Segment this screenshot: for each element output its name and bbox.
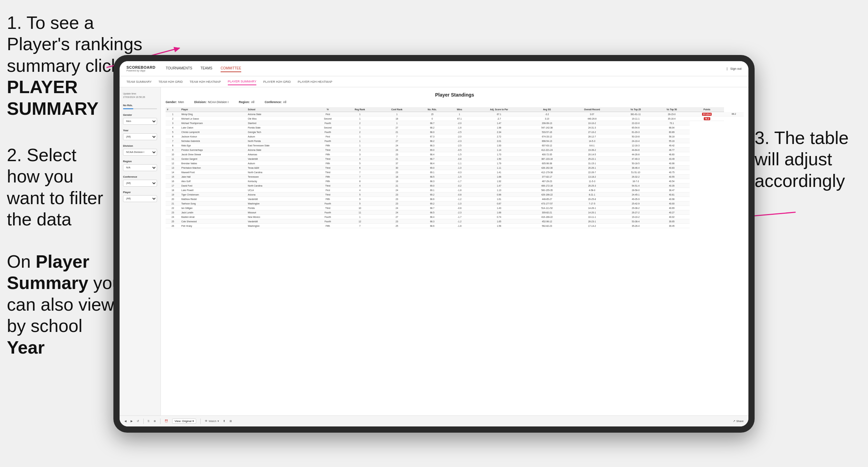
col-vs-top25: Vs Top 25 (617, 107, 654, 112)
col-no-rds: No. Rds. (416, 107, 448, 112)
table-cell: Auburn (246, 134, 313, 139)
table-cell: 46.60 (654, 152, 690, 157)
table-cell: 3.10 (527, 116, 566, 121)
table-cell: Fourth (314, 121, 342, 125)
table-cell: Vanderbilt (246, 219, 313, 224)
table-cell: 35-26-4 (617, 224, 654, 228)
no-rds-section: No Rds. (123, 104, 157, 109)
table-cell: 1.13 (470, 188, 527, 192)
export-btn[interactable]: ⬆ (223, 420, 225, 423)
table-cell: 40.55 (654, 175, 690, 179)
forward-btn[interactable]: ▶ (131, 420, 133, 423)
subnav-team-h2h-heatmap[interactable]: TEAM H2H HEATMAP (190, 79, 221, 85)
table-cell: 0.87 (470, 201, 527, 206)
nav-tournaments[interactable]: TOURNAMENTS (166, 65, 192, 72)
watch-btn[interactable]: 👁 Watch ▾ (205, 420, 219, 423)
table-cell: 406-172-16 (527, 184, 566, 188)
subnav-player-h2h-heatmap[interactable]: PLAYER H2H HEATMAP (298, 79, 332, 85)
table-cell: 26-32-2 (617, 175, 654, 179)
paste-btn[interactable]: ⊕ (154, 420, 156, 423)
table-cell: 68.0 (416, 130, 448, 134)
subnav-team-h2h-grid[interactable]: TEAM H2H GRID (158, 79, 183, 85)
table-cell: 40.96 (654, 161, 690, 166)
col-avg-sg: Avg SG (527, 107, 566, 112)
annotation-step3-bottom: On Player Summary you can also view by s… (7, 251, 124, 358)
copy-btn[interactable]: ⎘ (148, 420, 149, 423)
table-cell: 12-16-3 (617, 143, 654, 148)
table-cell: -0.8 (448, 206, 470, 210)
subnav-team-summary[interactable]: TEAM SUMMARY (126, 79, 152, 85)
no-rds-slider[interactable] (123, 108, 157, 109)
table-cell: 24 (378, 148, 416, 152)
conference-select[interactable]: (All) (123, 180, 157, 187)
table-cell: Cole Sherwood (180, 219, 247, 224)
table-cell: 24 (378, 188, 416, 192)
table-cell: 38-46-4 (617, 166, 654, 170)
table-row: 23Jack LundinMissouriFourth112468.5-2.31… (166, 210, 744, 215)
table-cell: 65-54-6 (617, 125, 654, 130)
table-cell: 8 (342, 179, 378, 184)
table-cell: Fourth (314, 130, 342, 134)
no-rds-label: No Rds. (123, 104, 157, 107)
table-row: 20Matthew RiedelVanderbiltFifth92368.6-1… (166, 197, 744, 201)
sign-out-link[interactable]: Sign out (730, 67, 742, 70)
division-select[interactable]: NCAA Division I (123, 149, 157, 156)
table-cell: 18 (166, 188, 180, 192)
table-cell: 10-11-1 (566, 215, 617, 219)
table-cell: 19-10-2 (617, 215, 654, 219)
conference-label: Conference (123, 175, 157, 178)
table-cell: 68.4 (416, 161, 448, 166)
table-cell: Jackson Koivun (180, 134, 247, 139)
view-label: View: Original (175, 420, 191, 423)
table-cell: -3.2 (527, 112, 566, 116)
table-cell: East Tennessee State (246, 143, 313, 148)
view-btn[interactable]: View: Original ▾ (172, 419, 196, 424)
table-cell: 1.41 (470, 170, 527, 175)
filter-region: Region: All (239, 100, 254, 104)
gender-select[interactable]: Men (123, 118, 157, 125)
table-cell: 10 (166, 152, 180, 157)
grid-btn[interactable]: ⊞ (230, 420, 232, 423)
table-cell: 27 (378, 139, 416, 143)
table-cell: 607-63-12 (527, 143, 566, 148)
table-cell: Alex Goff (180, 179, 247, 184)
nav-committee[interactable]: COMMITTEE (221, 65, 241, 72)
refresh-btn[interactable]: ↺ (137, 420, 139, 423)
year-select[interactable]: (All) (123, 133, 157, 140)
table-cell: 50-19-8 (617, 134, 654, 139)
table-cell: 57-23-0 (690, 112, 724, 116)
main-content: Update time: 27/03/2024 16:56:26 No Rds.… (120, 87, 748, 415)
nav-teams[interactable]: TEAMS (201, 65, 212, 72)
filter-region-value: All (251, 100, 254, 104)
col-yr: Yr (314, 107, 342, 112)
table-row: 4Luke ClatonFlorida StateSecond12768.2-1… (166, 125, 744, 130)
table-cell: -1.5 (448, 152, 470, 157)
gender-label: Gender (123, 113, 157, 116)
bottom-toolbar: ◀ ▶ ↺ ⎘ ⊕ ⏰ View: Original ▾ 👁 Watch ▾ ⬆… (120, 415, 748, 426)
col-overall: Overall Record (566, 107, 617, 112)
clock-btn[interactable]: ⏰ (165, 420, 168, 423)
subnav-player-h2h-grid[interactable]: PLAYER H2H GRID (263, 79, 291, 85)
table-row: 15Jake HallTennesseeFifth71868.5-1.51.66… (166, 175, 744, 179)
nav-items: TOURNAMENTS TEAMS COMMITTEE (166, 65, 726, 72)
col-player: Player (180, 107, 247, 112)
table-cell: 1.50 (470, 157, 527, 161)
back-btn[interactable]: ◀ (124, 420, 126, 423)
player-select[interactable]: (All) (123, 195, 157, 202)
table-cell: 14-20-1 (566, 210, 617, 215)
sidebar: Update time: 27/03/2024 16:56:26 No Rds.… (120, 87, 161, 415)
region-select[interactable]: N/A (123, 164, 157, 171)
table-cell: Kentucky (246, 179, 313, 184)
share-btn[interactable]: ↗ Share (733, 420, 744, 423)
subnav-player-summary[interactable]: PLAYER SUMMARY (228, 78, 256, 85)
table-cell: 3 (166, 121, 180, 125)
table-cell: 4-58-0 (566, 188, 617, 192)
table-cell: 416-168-22 (527, 215, 566, 219)
player-label: Player (123, 191, 157, 194)
standings-table: # Player School Yr Reg Rank Conf Rank No… (166, 107, 744, 228)
table-cell: 11 (166, 157, 180, 161)
table-cell: 562-82-23 (527, 224, 566, 228)
table-cell: Florida State (246, 125, 313, 130)
table-row: 2Michael Le SassoOle MissSecond118067.1-… (166, 116, 744, 121)
table-cell: 40.98 (654, 197, 690, 201)
